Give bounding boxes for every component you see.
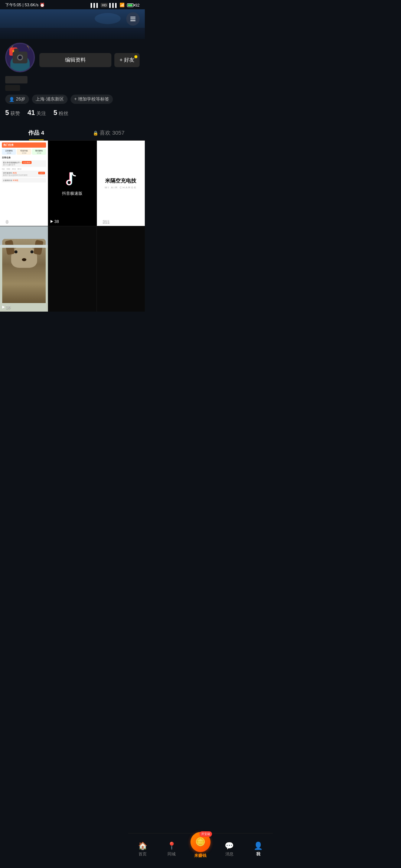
username-placeholder	[5, 76, 27, 83]
video-item-2[interactable]: 抖音极速版 38	[48, 141, 96, 226]
notification-dot	[134, 55, 137, 58]
followers-stat[interactable]: 5 粉丝	[53, 109, 68, 117]
video-item-3[interactable]: 米隔空充电技 MI AIR CHARGE 211	[97, 141, 145, 226]
play-count-3: 211	[99, 219, 110, 224]
mi-subtitle: MI AIR CHARGE	[105, 186, 137, 189]
play-count-4: 18	[2, 305, 10, 309]
video-item-5	[48, 226, 96, 312]
tiktok-lite-label: 抖音极速版	[62, 191, 82, 196]
avatar-decoration	[11, 43, 29, 51]
video-item-6	[97, 226, 145, 312]
age-tag: 👤 26岁	[5, 95, 29, 104]
profile-top: ¥ 编辑资料 + 好友	[5, 39, 140, 72]
tabs-row: 作品 4 🔒喜欢 3057	[0, 124, 145, 141]
menu-button[interactable]	[126, 12, 140, 26]
add-friend-button[interactable]: + 好友	[114, 53, 140, 67]
mi-title: 米隔空充电技	[105, 177, 136, 184]
play-count-1: 0	[2, 219, 8, 224]
cover-area	[0, 9, 145, 39]
profile-tags: 👤 26岁 上海·浦东新区 + 增加学校等标签	[5, 95, 140, 104]
play-count-2: 38	[50, 219, 59, 224]
avatar[interactable]: ¥	[5, 43, 35, 72]
status-time-speed: 下午5:05 | 53.6K/s ⏰	[5, 2, 45, 8]
userid-placeholder	[5, 85, 20, 91]
likes-stat[interactable]: 5 获赞	[5, 109, 20, 117]
status-indicators: ▌▌▌ HD ▌▌▌ 📶 92	[91, 3, 140, 7]
following-stat[interactable]: 41 关注	[27, 109, 46, 117]
tab-works[interactable]: 作品 4	[0, 124, 72, 140]
svg-point-0	[95, 13, 121, 24]
stats-row: 5 获赞 41 关注 5 粉丝	[5, 109, 140, 121]
add-tag-button[interactable]: + 增加学校等标签	[71, 95, 113, 104]
location-tag: 上海·浦东新区	[32, 95, 67, 104]
profile-actions: 编辑资料 + 好友	[39, 43, 140, 67]
video-item-4[interactable]: 18	[0, 226, 48, 312]
tab-likes[interactable]: 🔒喜欢 3057	[72, 124, 145, 140]
status-bar: 下午5:05 | 53.6K/s ⏰ ▌▌▌ HD ▌▌▌ 📶 92	[0, 0, 145, 9]
video-item-1[interactable]: 热门任务 走路赚钱去完成 吃饭补贴去完成 睡觉赚钱去完成 日常任务 看文章或视频…	[0, 141, 48, 226]
battery-icon	[127, 3, 134, 7]
edit-profile-button[interactable]: 编辑资料	[39, 53, 111, 67]
profile-section: ¥ 编辑资料 + 好友 👤 26岁 上海·浦东新区 + 增加学校等标签	[0, 39, 145, 124]
tiktok-logo	[63, 170, 81, 188]
profile-name-area	[5, 76, 140, 91]
video-grid: 热门任务 走路赚钱去完成 吃饭补贴去完成 睡觉赚钱去完成 日常任务 看文章或视频…	[0, 141, 145, 312]
